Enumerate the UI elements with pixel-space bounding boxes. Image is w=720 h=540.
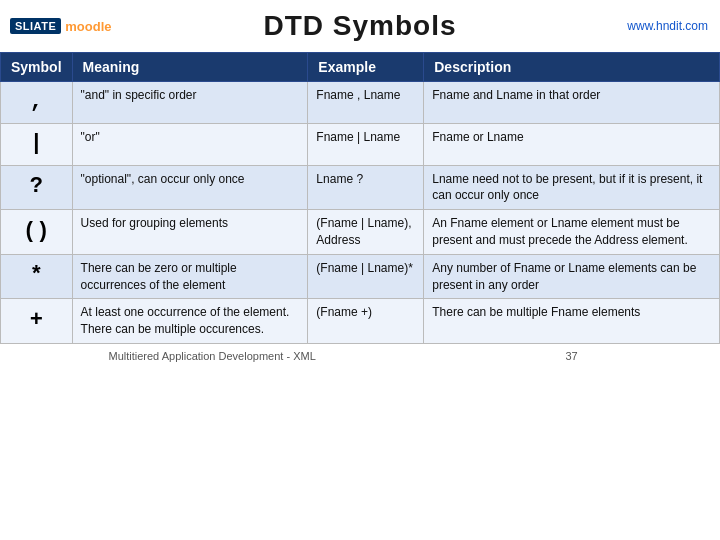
- moodle-logo: moodle: [65, 19, 111, 34]
- example-cell: (Fname | Lname)*: [308, 254, 424, 299]
- meaning-cell: "optional", can occur only once: [72, 165, 308, 210]
- col-symbol: Symbol: [1, 53, 73, 82]
- description-cell: Any number of Fname or Lname elements ca…: [424, 254, 720, 299]
- table-row: ,"and" in specific orderFname , LnameFna…: [1, 82, 720, 124]
- col-meaning: Meaning: [72, 53, 308, 82]
- description-cell: Lname need not to be present, but if it …: [424, 165, 720, 210]
- footer-row: Multitiered Application Development - XM…: [1, 343, 720, 369]
- footer-page: 37: [424, 343, 720, 369]
- table-row: *There can be zero or multiple occurrenc…: [1, 254, 720, 299]
- meaning-cell: There can be zero or multiple occurrence…: [72, 254, 308, 299]
- symbol-cell: |: [1, 123, 73, 165]
- example-cell: Fname , Lname: [308, 82, 424, 124]
- table-header-row: Symbol Meaning Example Description: [1, 53, 720, 82]
- example-cell: (Fname | Lname), Address: [308, 210, 424, 255]
- footer-course: Multitiered Application Development - XM…: [1, 343, 424, 369]
- description-cell: Fname or Lname: [424, 123, 720, 165]
- page-title: DTD Symbols: [263, 10, 456, 42]
- table-row: ()Used for grouping elements(Fname | Lna…: [1, 210, 720, 255]
- symbol-cell: *: [1, 254, 73, 299]
- description-cell: An Fname element or Lname element must b…: [424, 210, 720, 255]
- table-row: |"or"Fname | LnameFname or Lname: [1, 123, 720, 165]
- meaning-cell: Used for grouping elements: [72, 210, 308, 255]
- description-cell: There can be multiple Fname elements: [424, 299, 720, 344]
- example-cell: Fname | Lname: [308, 123, 424, 165]
- table-row: ?"optional", can occur only onceLname ?L…: [1, 165, 720, 210]
- meaning-cell: "and" in specific order: [72, 82, 308, 124]
- sliate-logo: SLIATE: [10, 18, 61, 34]
- symbol-cell: +: [1, 299, 73, 344]
- col-example: Example: [308, 53, 424, 82]
- symbol-cell: ,: [1, 82, 73, 124]
- meaning-cell: "or": [72, 123, 308, 165]
- symbol-cell: ?: [1, 165, 73, 210]
- table-row: +At least one occurrence of the element.…: [1, 299, 720, 344]
- symbol-cell: (): [1, 210, 73, 255]
- logo-area: SLIATE moodle: [10, 18, 112, 34]
- example-cell: Lname ?: [308, 165, 424, 210]
- col-description: Description: [424, 53, 720, 82]
- header: SLIATE moodle DTD Symbols www.hndit.com: [0, 0, 720, 52]
- meaning-cell: At least one occurrence of the element. …: [72, 299, 308, 344]
- example-cell: (Fname +): [308, 299, 424, 344]
- website-url: www.hndit.com: [627, 19, 708, 33]
- dtd-symbols-table: Symbol Meaning Example Description ,"and…: [0, 52, 720, 369]
- description-cell: Fname and Lname in that order: [424, 82, 720, 124]
